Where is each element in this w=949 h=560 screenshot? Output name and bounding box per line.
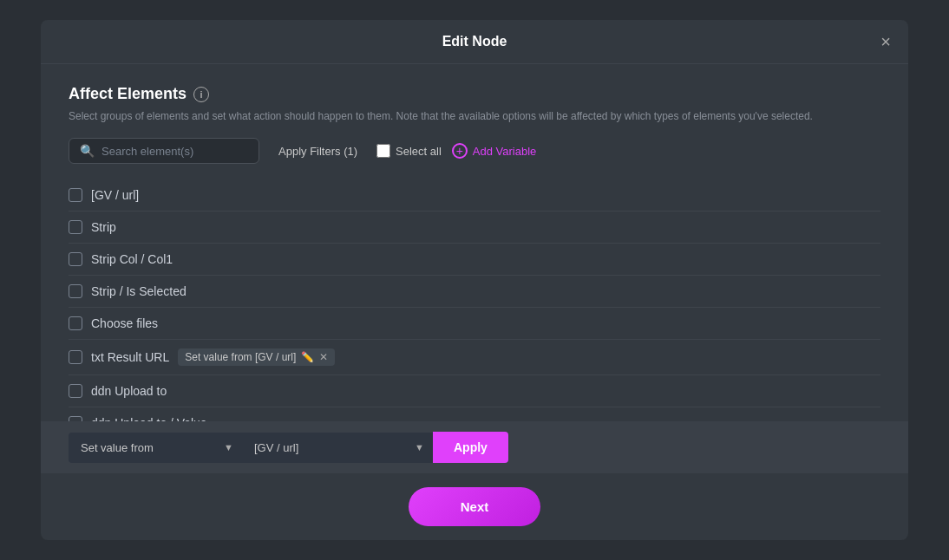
modal-action-footer: Next — [41, 473, 908, 540]
section-title: Affect Elements i — [69, 85, 880, 103]
badge-edit-icon[interactable]: ✏️ — [301, 351, 314, 363]
element-label-6: ddn Upload to — [91, 384, 167, 398]
plus-circle-icon: + — [452, 143, 468, 159]
element-checkbox-6[interactable] — [69, 384, 82, 398]
edit-node-modal: Edit Node × Affect Elements i Select gro… — [41, 20, 908, 540]
badge-text: Set value from [GV / url] — [185, 351, 296, 363]
element-checkbox-5[interactable] — [69, 350, 82, 364]
element-item-7: ddn Upload to / Value — [69, 407, 880, 421]
right-dropdown-wrapper: [GV / url] [GV / name] [GV / path] ▼ — [242, 433, 433, 463]
close-button[interactable]: × — [877, 29, 894, 54]
element-checkbox-4[interactable] — [69, 316, 82, 330]
element-item-3: Strip / Is Selected — [69, 276, 880, 308]
footer-bar: Set value from Set value to Clear value … — [41, 421, 908, 473]
badge-close-icon[interactable]: ✕ — [319, 351, 328, 363]
element-checkbox-3[interactable] — [69, 284, 82, 298]
element-item-4: Choose files — [69, 308, 880, 340]
select-all-container[interactable]: Select all — [376, 144, 442, 158]
element-item-6: ddn Upload to — [69, 375, 880, 407]
apply-button[interactable]: Apply — [433, 432, 508, 463]
elements-list: [GV / url] Strip Strip Col / Col1 Strip … — [69, 179, 880, 421]
element-label-1: Strip — [91, 220, 116, 234]
modal-title: Edit Node — [442, 34, 507, 49]
modal-overlay: Edit Node × Affect Elements i Select gro… — [0, 0, 949, 560]
element-label-2: Strip Col / Col1 — [91, 252, 173, 266]
info-icon[interactable]: i — [193, 87, 209, 102]
element-label-5: txt Result URL — [91, 350, 169, 364]
next-button[interactable]: Next — [409, 487, 541, 526]
toolbar: 🔍 Apply Filters (1) Select all + Add Var… — [69, 138, 880, 164]
search-input[interactable] — [101, 145, 248, 158]
modal-header: Edit Node × — [41, 20, 908, 64]
element-checkbox-1[interactable] — [69, 220, 82, 234]
search-icon: 🔍 — [80, 144, 95, 158]
apply-filters-button[interactable]: Apply Filters (1) — [270, 140, 366, 163]
element-label-4: Choose files — [91, 316, 158, 330]
element-checkbox-0[interactable] — [69, 188, 82, 202]
left-dropdown[interactable]: Set value from Set value to Clear value — [69, 433, 242, 463]
element-item-2: Strip Col / Col1 — [69, 244, 880, 276]
left-dropdown-wrapper: Set value from Set value to Clear value … — [69, 433, 242, 463]
add-variable-button[interactable]: + Add Variable — [452, 143, 536, 159]
right-dropdown[interactable]: [GV / url] [GV / name] [GV / path] — [242, 433, 433, 463]
element-item-0: [GV / url] — [69, 179, 880, 212]
search-box: 🔍 — [69, 138, 259, 164]
section-desc: Select groups of elements and set what a… — [69, 108, 880, 124]
select-all-label: Select all — [396, 145, 442, 158]
set-value-badge: Set value from [GV / url] ✏️ ✕ — [178, 348, 335, 366]
element-item-1: Strip — [69, 212, 880, 244]
element-label-3: Strip / Is Selected — [91, 284, 187, 298]
element-checkbox-2[interactable] — [69, 252, 82, 266]
modal-body: Affect Elements i Select groups of eleme… — [41, 64, 908, 421]
element-label-0: [GV / url] — [91, 188, 139, 202]
select-all-checkbox[interactable] — [376, 144, 390, 158]
element-item-5: txt Result URL Set value from [GV / url]… — [69, 340, 880, 375]
